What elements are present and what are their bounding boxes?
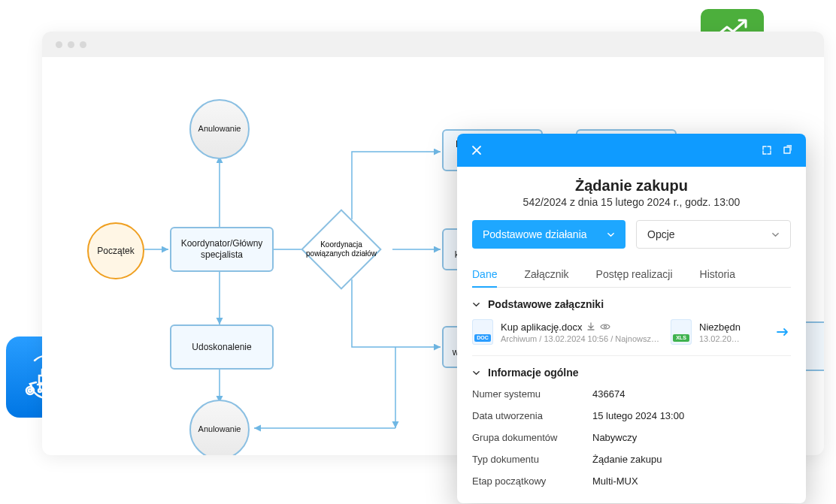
- arrow-right-icon[interactable]: [774, 327, 791, 337]
- info-value: Multi-MUX: [592, 475, 638, 487]
- section-attachments-header[interactable]: Podstawowe załączniki: [472, 298, 791, 310]
- attachment-meta-2: 13.02.20…: [699, 334, 767, 343]
- info-label: Data utworzenia: [472, 410, 592, 421]
- tab-postep[interactable]: Postęp realizacji: [596, 262, 673, 287]
- options-label: Opcje: [647, 228, 675, 240]
- detail-panel: Żądanie zakupu 542/2024 z dnia 15 lutego…: [457, 134, 806, 503]
- panel-tabs: Dane Załącznik Postęp realizacji Histori…: [472, 262, 791, 288]
- flow-node-cancel2[interactable]: Anulowanie: [189, 400, 250, 455]
- info-value: 15 lutego 2024 13:00: [592, 410, 684, 421]
- info-label: Typ dokumentu: [472, 454, 592, 465]
- info-grid: Numer systemu436674 Data utworzenia15 lu…: [472, 383, 791, 492]
- section-info-header[interactable]: Informacje ogólne: [472, 367, 791, 379]
- tab-zalacznik[interactable]: Załącznik: [524, 262, 568, 287]
- chevron-down-icon: [472, 300, 480, 309]
- flow-node-coordinator[interactable]: Koordynator/Główny specjalista: [170, 227, 274, 272]
- primary-actions-dropdown[interactable]: Podstawowe działania: [472, 220, 625, 249]
- popout-icon[interactable]: [780, 144, 792, 156]
- flow-node-decision[interactable]: Koordynacja powiązanych działów: [313, 221, 370, 278]
- options-dropdown[interactable]: Opcje: [636, 220, 791, 249]
- attachment-name-2: Niezbędn: [699, 321, 767, 333]
- close-icon[interactable]: [471, 144, 483, 156]
- window-dot: [80, 41, 86, 48]
- chevron-down-icon: [607, 231, 615, 239]
- eye-icon[interactable]: [600, 322, 610, 331]
- browser-titlebar: [42, 32, 824, 57]
- section-attachments: Podstawowe załączniki DOC Kup aplikację.…: [472, 288, 791, 356]
- panel-body: Żądanie zakupu 542/2024 z dnia 15 lutego…: [457, 167, 806, 502]
- section-info-title: Informacje ogólne: [488, 367, 579, 379]
- info-row: Typ dokumentuŻądanie zakupu: [472, 448, 791, 470]
- doc-file-icon: DOC: [472, 319, 493, 345]
- attachment-row: DOC Kup aplikację.docx Archiwum / 13.02.…: [472, 319, 791, 345]
- expand-icon[interactable]: [761, 144, 773, 156]
- svg-point-3: [29, 389, 32, 392]
- panel-header: [457, 134, 806, 167]
- primary-actions-label: Podstawowe działania: [483, 228, 587, 240]
- attachment-main[interactable]: Kup aplikację.docx Archiwum / 13.02.2024…: [501, 321, 663, 343]
- window-dot: [68, 41, 74, 48]
- chevron-down-icon: [771, 231, 780, 239]
- info-value: Żądanie zakupu: [592, 454, 662, 465]
- attachment-side[interactable]: Niezbędn 13.02.20…: [699, 321, 767, 343]
- tab-historia[interactable]: Historia: [700, 262, 735, 287]
- flow-node-cancel[interactable]: Anulowanie: [189, 99, 250, 159]
- flow-node-start[interactable]: Początek: [87, 222, 144, 279]
- flow-node-improve[interactable]: Udoskonalenie: [170, 324, 274, 370]
- panel-title: Żądanie zakupu: [472, 177, 791, 195]
- info-value: 436674: [592, 388, 625, 400]
- panel-subtitle: 542/2024 z dnia 15 lutego 2024 r., godz.…: [472, 196, 791, 208]
- info-label: Numer systemu: [472, 388, 592, 400]
- flow-decision-label: Koordynacja powiązanych działów: [299, 207, 383, 291]
- svg-point-20: [604, 325, 607, 327]
- info-row: Etap początkowyMulti-MUX: [472, 470, 791, 492]
- tab-dane[interactable]: Dane: [472, 262, 497, 288]
- chevron-down-icon: [472, 369, 480, 377]
- attachment-name: Kup aplikację.docx: [501, 321, 663, 333]
- xls-file-icon: XLS: [671, 319, 692, 345]
- section-attachments-title: Podstawowe załączniki: [488, 298, 604, 310]
- info-row: Grupa dokumentówNabywczy: [472, 427, 791, 448]
- panel-actions: Podstawowe działania Opcje: [472, 220, 791, 249]
- section-info: Informacje ogólne Numer systemu436674 Da…: [472, 356, 791, 502]
- attachment-meta: Archiwum / 13.02.2024 10:56 / Najnowsza …: [501, 334, 663, 343]
- info-label: Etap początkowy: [472, 475, 592, 487]
- download-icon[interactable]: [586, 322, 595, 331]
- info-label: Grupa dokumentów: [472, 432, 592, 443]
- svg-point-9: [38, 389, 41, 392]
- window-dot: [56, 41, 62, 48]
- info-value: Nabywczy: [592, 432, 637, 443]
- info-row: Data utworzenia15 lutego 2024 13:00: [472, 405, 791, 427]
- info-row: Numer systemu436674: [472, 383, 791, 405]
